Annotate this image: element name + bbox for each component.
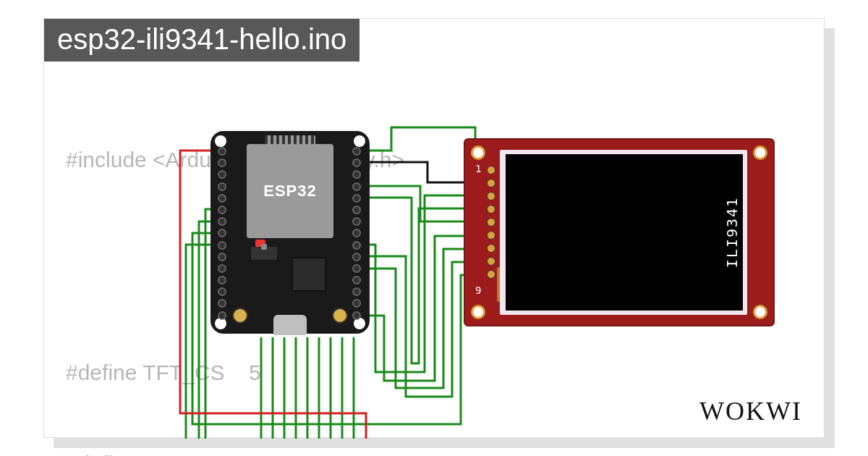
switch-icon <box>251 247 277 260</box>
code-line: #define TFT_RST 4 <box>66 449 404 456</box>
lcd-pin-header[interactable] <box>487 166 495 279</box>
pin-number-last: 9 <box>475 284 481 296</box>
pin-header-right[interactable] <box>352 147 362 320</box>
pin-number-first: 1 <box>475 163 481 174</box>
ili9341-module[interactable]: 1 9 ILI9341 <box>464 138 775 326</box>
lcd-label: ILI9341 <box>723 197 741 268</box>
chip-icon <box>293 258 325 290</box>
usb-port-icon <box>273 315 307 335</box>
lcd-screen <box>506 154 743 311</box>
mount-hole-icon <box>354 135 365 147</box>
pin-header-left[interactable] <box>218 147 228 320</box>
boot-button[interactable] <box>232 308 248 324</box>
esp32-label: ESP32 <box>263 182 317 200</box>
lcd-bezel <box>500 150 747 315</box>
mount-hole-icon <box>753 145 767 160</box>
mount-hole-icon <box>471 305 485 319</box>
wokwi-logo: WOKWI <box>699 396 802 426</box>
mount-hole-icon <box>471 145 485 160</box>
mount-hole-icon <box>753 305 767 319</box>
en-button[interactable] <box>332 308 348 324</box>
project-card: esp32-ili9341-hello.ino #include <Arduin… <box>43 18 825 438</box>
esp32-board[interactable]: ESP32 <box>210 131 370 334</box>
mount-hole-icon <box>215 135 226 147</box>
